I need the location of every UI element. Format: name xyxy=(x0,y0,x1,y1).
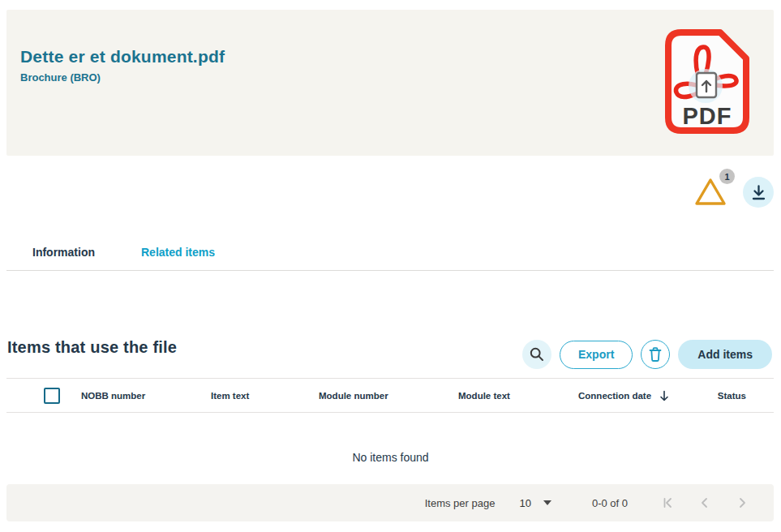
export-button-label: Export xyxy=(578,348,614,361)
detail-tabs: Information Related items xyxy=(6,244,215,260)
file-header: Dette er et dokument.pdf Brochure (BRO) … xyxy=(6,10,774,156)
pdf-label: PDF xyxy=(683,103,732,129)
column-header-module-text[interactable]: Module text xyxy=(458,379,510,412)
first-page-icon xyxy=(661,496,674,509)
empty-state-message: No items found xyxy=(0,451,781,464)
column-header-status[interactable]: Status xyxy=(718,379,746,412)
tabs-divider xyxy=(6,270,774,271)
trash-icon xyxy=(648,346,663,363)
page-range-label: 0-0 of 0 xyxy=(592,497,628,509)
tab-information[interactable]: Information xyxy=(32,244,95,260)
sort-descending-icon xyxy=(659,390,670,401)
file-titles: Dette er et dokument.pdf Brochure (BRO) xyxy=(20,47,225,84)
warning-count-badge: 1 xyxy=(719,169,735,184)
tab-related-items[interactable]: Related items xyxy=(141,244,215,260)
next-page-button[interactable] xyxy=(723,487,761,519)
column-header-nobb-number[interactable]: NOBB number xyxy=(81,379,145,412)
download-button[interactable] xyxy=(743,177,774,208)
select-all-checkbox[interactable] xyxy=(44,388,60,404)
caret-down-icon xyxy=(543,500,551,505)
document-detail-page: Dette er et dokument.pdf Brochure (BRO) … xyxy=(0,0,781,532)
chevron-right-icon xyxy=(736,496,749,509)
chevron-left-icon xyxy=(698,496,711,509)
search-icon xyxy=(530,347,544,362)
section-title: Items that use the file xyxy=(7,338,177,357)
add-items-button[interactable]: Add items xyxy=(678,340,772,369)
export-button[interactable]: Export xyxy=(560,341,633,369)
page-size-value: 10 xyxy=(519,497,530,509)
delete-button[interactable] xyxy=(641,340,670,369)
download-icon xyxy=(752,185,766,200)
items-per-page-label: Items per page xyxy=(425,497,496,509)
column-header-item-text[interactable]: Item text xyxy=(211,379,249,412)
pdf-file-icon: PDF xyxy=(663,28,751,136)
file-category-label: Brochure (BRO) xyxy=(20,71,225,84)
table-header-row: NOBB number Item text Module number Modu… xyxy=(6,378,774,413)
warning-indicator[interactable]: 1 xyxy=(693,169,736,208)
search-button[interactable] xyxy=(522,340,551,369)
column-header-module-number[interactable]: Module number xyxy=(319,379,388,412)
first-page-button[interactable] xyxy=(649,487,686,519)
previous-page-button[interactable] xyxy=(686,487,723,519)
page-title: Dette er et dokument.pdf xyxy=(20,47,225,66)
add-items-button-label: Add items xyxy=(697,348,753,361)
page-size-select[interactable]: 10 xyxy=(519,497,551,509)
column-header-connection-date[interactable]: Connection date xyxy=(578,379,670,412)
paginator: Items per page 10 0-0 of 0 xyxy=(6,484,774,521)
upload-overlay-icon xyxy=(697,73,716,97)
file-toolbar: 1 xyxy=(693,169,774,208)
table-actions: Export Add items xyxy=(522,340,772,369)
